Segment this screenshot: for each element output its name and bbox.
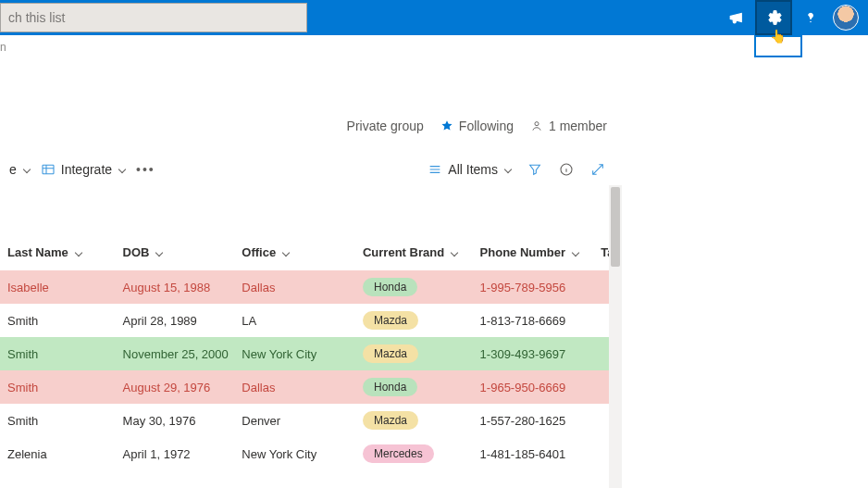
chevron-down-icon — [155, 248, 163, 256]
col-office[interactable]: Office — [234, 185, 355, 270]
chevron-down-icon — [572, 248, 579, 256]
cell-dob: April 28, 1989 — [116, 304, 235, 337]
chevron-down-icon — [504, 166, 512, 173]
svg-point-0 — [810, 21, 812, 23]
chevron-down-icon — [451, 248, 458, 256]
cell-brand: Mazda — [355, 337, 473, 370]
star-icon — [440, 119, 453, 132]
cell-office: Dallas — [234, 370, 355, 404]
svg-rect-2 — [43, 165, 54, 173]
members-count[interactable]: 1 member — [530, 119, 607, 133]
members-label: 1 member — [549, 119, 607, 133]
truncated-text: n — [0, 41, 6, 54]
cell-brand: Mazda — [355, 304, 473, 337]
cell-dob: November 25, 2000 — [116, 337, 235, 370]
cell-last-name: Zelenia — [0, 437, 116, 470]
list-icon — [428, 162, 442, 177]
cell-dob: August 29, 1976 — [116, 370, 235, 404]
command-bar: e Integrate ••• All Items — [0, 153, 609, 186]
col-brand[interactable]: Current Brand — [355, 185, 473, 270]
table-row[interactable]: SmithAugust 29, 1976DallasHonda1-965-950… — [0, 370, 622, 404]
ellipsis-icon: ••• — [136, 162, 155, 177]
cell-dob: April 1, 1972 — [116, 437, 235, 470]
integrate-icon — [41, 162, 56, 177]
settings-dropdown-panel[interactable] — [754, 35, 802, 57]
cell-dob: May 30, 1976 — [116, 404, 235, 437]
brand-pill: Mazda — [363, 344, 418, 363]
cell-brand: Mercedes — [355, 437, 473, 470]
cmd-integrate[interactable]: Integrate — [35, 153, 130, 186]
cell-office: Denver — [234, 404, 355, 437]
table-header-row: Last Name DOB Office Current Brand Phone… — [0, 185, 622, 270]
cell-last-name: Isabelle — [0, 270, 116, 304]
cell-office: Dallas — [234, 270, 355, 304]
cell-phone: 1-557-280-1625 — [473, 404, 594, 437]
search-input[interactable] — [6, 9, 306, 26]
brand-pill: Honda — [363, 378, 417, 396]
cell-dob: August 15, 1988 — [116, 270, 235, 304]
cmd-overflow[interactable]: ••• — [130, 153, 161, 186]
view-name-label: All Items — [448, 162, 498, 177]
info-icon — [559, 162, 574, 177]
cmd-truncated-e[interactable]: e — [4, 153, 35, 186]
settings-button[interactable] — [755, 0, 792, 35]
data-table: Last Name DOB Office Current Brand Phone… — [0, 185, 622, 470]
expand-icon — [590, 162, 605, 177]
cell-phone: 1-965-950-6669 — [473, 370, 594, 404]
brand-pill: Honda — [363, 278, 417, 296]
cell-phone: 1-995-789-5956 — [473, 270, 594, 304]
cmd-integrate-label: Integrate — [61, 162, 112, 177]
brand-pill: Mazda — [363, 411, 418, 430]
cell-brand: Mazda — [355, 404, 473, 437]
avatar[interactable] — [833, 5, 859, 31]
list-meta: Private group Following 1 member — [347, 119, 607, 133]
cell-office: New York City — [234, 437, 355, 470]
col-dob[interactable]: DOB — [116, 185, 235, 270]
chevron-down-icon — [118, 166, 126, 173]
following-label: Following — [459, 119, 514, 133]
col-phone[interactable]: Phone Number — [473, 185, 594, 270]
filter-icon — [527, 162, 542, 177]
brand-pill: Mercedes — [363, 444, 434, 463]
cell-last-name: Smith — [0, 304, 116, 337]
following-toggle[interactable]: Following — [440, 119, 514, 133]
chevron-down-icon — [23, 166, 31, 173]
cell-office: New York City — [234, 337, 355, 370]
cell-phone: 1-481-185-6401 — [473, 437, 594, 470]
cell-brand: Honda — [355, 270, 473, 304]
filter-button[interactable] — [527, 162, 542, 177]
cell-office: LA — [234, 304, 355, 337]
gear-icon — [765, 9, 782, 26]
table-row[interactable]: SmithNovember 25, 2000New York CityMazda… — [0, 337, 622, 370]
view-switcher[interactable]: All Items — [428, 162, 511, 177]
col-last-name[interactable]: Last Name — [0, 185, 116, 270]
brand-pill: Mazda — [363, 311, 418, 330]
scrollbar[interactable] — [609, 185, 622, 488]
table-row[interactable]: ZeleniaApril 1, 1972New York CityMercede… — [0, 437, 622, 470]
expand-button[interactable] — [590, 162, 605, 177]
cell-phone: 1-813-718-6669 — [473, 304, 594, 337]
svg-point-1 — [535, 122, 539, 126]
cmd-truncated-e-label: e — [9, 162, 17, 177]
search-box[interactable] — [0, 3, 307, 32]
cell-last-name: Smith — [0, 370, 116, 404]
cell-last-name: Smith — [0, 404, 116, 437]
cell-brand: Honda — [355, 370, 473, 404]
privacy-label: Private group — [347, 119, 424, 133]
cell-phone: 1-309-493-9697 — [473, 337, 594, 370]
table-row[interactable]: SmithApril 28, 1989LAMazda1-813-718-6669 — [0, 304, 622, 337]
megaphone-icon[interactable] — [718, 0, 755, 35]
help-icon — [802, 9, 819, 26]
scrollbar-thumb[interactable] — [611, 187, 620, 267]
grid: Last Name DOB Office Current Brand Phone… — [0, 185, 622, 488]
cell-last-name: Smith — [0, 337, 116, 370]
chevron-down-icon — [75, 248, 82, 256]
table-row[interactable]: SmithMay 30, 1976DenverMazda1-557-280-16… — [0, 404, 622, 437]
chevron-down-icon — [282, 248, 290, 256]
help-button[interactable] — [792, 0, 829, 35]
person-icon — [530, 119, 543, 132]
suite-bar — [0, 0, 868, 35]
info-button[interactable] — [559, 162, 574, 177]
table-row[interactable]: IsabelleAugust 15, 1988DallasHonda1-995-… — [0, 270, 622, 304]
